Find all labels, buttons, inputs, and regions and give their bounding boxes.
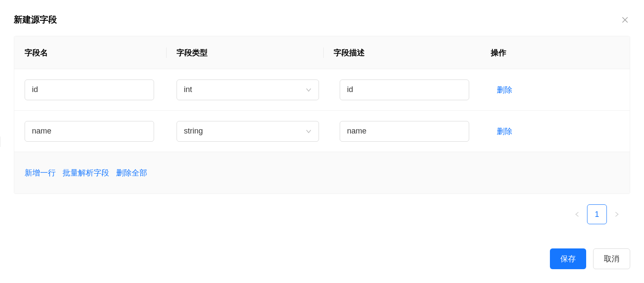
th-type: 字段类型 bbox=[177, 48, 208, 57]
modal-container: 新建源字段 字段名 字段类型 字段描述 操作 int bbox=[0, 0, 644, 238]
th-name: 字段名 bbox=[25, 48, 48, 57]
page-number-button[interactable]: 1 bbox=[587, 204, 607, 224]
cancel-button[interactable]: 取消 bbox=[593, 248, 630, 269]
chevron-down-icon bbox=[306, 87, 312, 93]
fields-table: 字段名 字段类型 字段描述 操作 int 删除 bbox=[14, 36, 630, 194]
field-type-value: string bbox=[184, 127, 203, 136]
field-name-input[interactable] bbox=[25, 79, 154, 100]
field-desc-input[interactable] bbox=[340, 121, 469, 142]
modal-header: 新建源字段 bbox=[14, 14, 630, 25]
table-footer-actions: 新增一行 批量解析字段 删除全部 bbox=[14, 152, 630, 194]
save-button[interactable]: 保存 bbox=[550, 248, 586, 269]
table-row: string 删除 bbox=[14, 111, 630, 152]
th-action: 操作 bbox=[491, 48, 506, 57]
table-row: int 删除 bbox=[14, 69, 630, 111]
field-type-select[interactable]: string bbox=[177, 121, 319, 142]
field-type-select[interactable]: int bbox=[177, 79, 319, 100]
modal-title: 新建源字段 bbox=[14, 14, 57, 25]
close-icon[interactable] bbox=[620, 15, 630, 25]
pagination: 1 bbox=[14, 204, 630, 224]
field-name-input[interactable] bbox=[25, 121, 154, 142]
field-type-value: int bbox=[184, 85, 192, 94]
modal-footer: 保存 取消 bbox=[550, 248, 630, 269]
add-row-button[interactable]: 新增一行 bbox=[25, 168, 56, 178]
delete-all-button[interactable]: 删除全部 bbox=[116, 168, 147, 178]
next-page-icon[interactable] bbox=[614, 211, 620, 217]
th-desc: 字段描述 bbox=[334, 48, 365, 57]
delete-row-button[interactable]: 删除 bbox=[497, 126, 512, 137]
table-header-row: 字段名 字段类型 字段描述 操作 bbox=[14, 36, 630, 69]
field-desc-input[interactable] bbox=[340, 79, 469, 100]
prev-page-icon[interactable] bbox=[574, 211, 580, 217]
delete-row-button[interactable]: 删除 bbox=[497, 85, 512, 95]
batch-parse-button[interactable]: 批量解析字段 bbox=[63, 168, 109, 178]
chevron-down-icon bbox=[306, 128, 312, 134]
